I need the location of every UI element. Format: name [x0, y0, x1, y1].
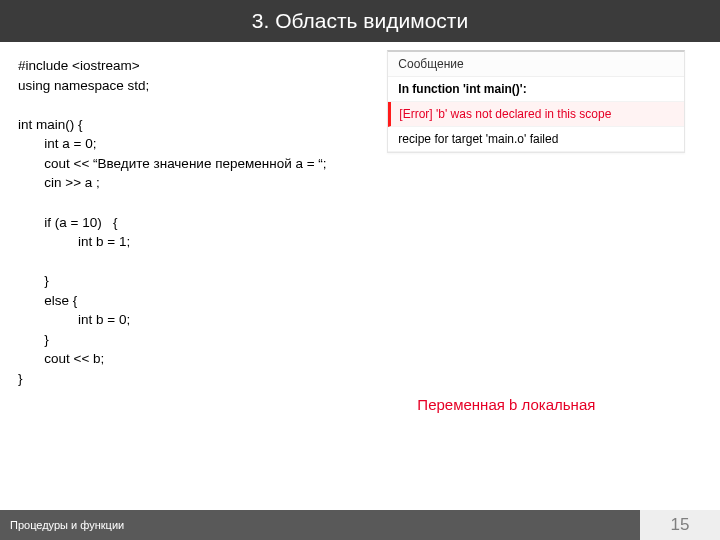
- footer-page-number: 15: [640, 510, 720, 540]
- page-number: 15: [671, 515, 690, 535]
- right-column: Сообщение In function 'int main()':[Erro…: [387, 56, 702, 389]
- title-bar: 3. Область видимости: [0, 0, 720, 42]
- error-panel-body: In function 'int main()':[Error] 'b' was…: [388, 77, 684, 152]
- error-line: [Error] 'b' was not declared in this sco…: [388, 102, 684, 127]
- error-panel-header: Сообщение: [388, 52, 684, 77]
- slide-title: 3. Область видимости: [252, 9, 468, 33]
- content-area: #include <iostream> using namespace std;…: [0, 42, 720, 389]
- error-line: recipe for target 'main.o' failed: [388, 127, 684, 152]
- code-block: #include <iostream> using namespace std;…: [18, 56, 387, 389]
- footer-left-label: Процедуры и функции: [0, 510, 640, 540]
- error-panel: Сообщение In function 'int main()':[Erro…: [387, 50, 685, 153]
- footer: Процедуры и функции 15: [0, 510, 720, 540]
- slide: 3. Область видимости #include <iostream>…: [0, 0, 720, 540]
- annotation-note: Переменная b локальная: [417, 396, 595, 413]
- error-line: In function 'int main()':: [388, 77, 684, 102]
